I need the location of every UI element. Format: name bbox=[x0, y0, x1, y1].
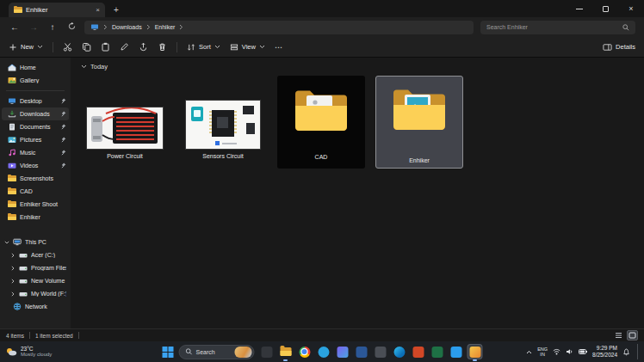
sidebar-item-network[interactable]: Network bbox=[2, 300, 69, 313]
search-box[interactable] bbox=[480, 21, 635, 34]
sidebar-item-pictures[interactable]: Pictures bbox=[2, 133, 69, 146]
sidebar-item-home[interactable]: Home bbox=[2, 61, 69, 74]
sidebar-item-drive-c[interactable]: Acer (C:) bbox=[2, 248, 69, 261]
pictures-icon bbox=[8, 136, 16, 144]
taskbar-app-word[interactable] bbox=[355, 345, 368, 359]
taskbar-search[interactable]: Search bbox=[179, 345, 255, 359]
sidebar-item-label: Screenshots bbox=[20, 175, 66, 181]
sidebar-item-downloads[interactable]: Downloads bbox=[2, 107, 69, 120]
taskbar-app-telegram[interactable] bbox=[317, 345, 331, 359]
notification-bell-icon[interactable] bbox=[622, 348, 630, 356]
show-desktop-button[interactable] bbox=[637, 344, 639, 359]
file-tile-sensors-circuit[interactable]: Sensors Circuit bbox=[179, 76, 267, 169]
sidebar-item-label: Pictures bbox=[20, 137, 58, 143]
sidebar-item-screenshots[interactable]: Screenshots bbox=[2, 172, 69, 185]
chevron-right-icon[interactable] bbox=[10, 279, 15, 284]
weather-widget[interactable]: 23°C Mostly cloudy bbox=[5, 346, 52, 358]
rename-icon[interactable] bbox=[120, 42, 129, 52]
taskbar-app-camera[interactable] bbox=[374, 345, 387, 359]
taskbar-app-1[interactable] bbox=[260, 345, 274, 359]
documents-icon bbox=[8, 123, 16, 131]
sidebar-item-label: Music bbox=[20, 150, 58, 156]
chevron-right-icon[interactable] bbox=[10, 253, 15, 258]
minimize-button[interactable] bbox=[567, 0, 592, 17]
sidebar-item-this-pc[interactable]: This PC bbox=[2, 236, 69, 248]
delete-icon[interactable] bbox=[158, 42, 167, 52]
search-input[interactable] bbox=[486, 24, 619, 30]
taskbar-app-chrome[interactable] bbox=[298, 345, 312, 359]
drive-icon bbox=[19, 291, 28, 298]
search-icon bbox=[622, 24, 629, 31]
breadcrumb-downloads[interactable]: Downloads bbox=[112, 24, 142, 30]
share-icon[interactable] bbox=[139, 42, 148, 52]
taskbar-app-vscode[interactable] bbox=[449, 345, 463, 359]
taskbar-app-edge[interactable] bbox=[393, 345, 406, 359]
sidebar-item-documents[interactable]: Documents bbox=[2, 120, 69, 133]
sidebar-spacer bbox=[2, 224, 69, 236]
sidebar-item-cad[interactable]: CAD bbox=[2, 185, 69, 198]
copy-icon[interactable] bbox=[82, 42, 91, 52]
taskbar-app-active[interactable] bbox=[468, 345, 482, 359]
more-options-icon[interactable]: ⋯ bbox=[275, 43, 283, 52]
start-button[interactable] bbox=[163, 347, 174, 358]
sidebar-item-label: Network bbox=[25, 304, 66, 310]
details-view-button[interactable] bbox=[613, 330, 624, 341]
new-button[interactable]: New bbox=[9, 43, 43, 52]
view-button[interactable]: View bbox=[230, 43, 265, 52]
refresh-icon[interactable] bbox=[65, 22, 77, 32]
gallery-icon bbox=[8, 77, 16, 84]
explorer-tab[interactable]: Enhiker × bbox=[9, 3, 105, 17]
tab-close-icon[interactable]: × bbox=[96, 7, 100, 14]
close-button[interactable]: × bbox=[618, 0, 644, 17]
sidebar-item-desktop[interactable]: Desktop bbox=[2, 95, 69, 107]
sidebar-item-enhiker[interactable]: Enhiker bbox=[2, 211, 69, 224]
maximize-button[interactable] bbox=[592, 0, 618, 17]
large-icons-view-button[interactable] bbox=[627, 330, 638, 341]
sort-button-label: Sort bbox=[199, 43, 211, 51]
breadcrumb[interactable]: Downloads Enhiker bbox=[84, 21, 474, 34]
battery-icon[interactable] bbox=[579, 348, 587, 355]
chevron-down-icon bbox=[259, 45, 265, 49]
photos-icon bbox=[337, 347, 348, 358]
file-explorer-window: Enhiker × + × ← → ↑ Downloads Enhiker bbox=[0, 0, 644, 362]
drive-icon bbox=[19, 265, 28, 272]
sidebar-item-videos[interactable]: Videos bbox=[2, 159, 69, 172]
chevron-right-icon[interactable] bbox=[10, 266, 15, 271]
sidebar-item-gallery[interactable]: Gallery bbox=[2, 74, 69, 87]
cut-icon[interactable] bbox=[63, 42, 72, 52]
file-tile-power-circuit[interactable]: Power Circuit bbox=[81, 76, 169, 169]
forward-button[interactable]: → bbox=[28, 23, 40, 32]
language-indicator[interactable]: ENG IN bbox=[537, 347, 548, 357]
details-pane-label: Details bbox=[616, 43, 635, 51]
sidebar-item-program-files[interactable]: Program Files ( bbox=[2, 261, 69, 274]
details-pane-button[interactable]: Details bbox=[603, 43, 635, 52]
sidebar-item-enhiker-shoot[interactable]: Enhiker Shoot bbox=[2, 198, 69, 211]
sidebar-item-label: Videos bbox=[20, 163, 58, 169]
taskbar-app-file-explorer[interactable] bbox=[279, 345, 293, 359]
back-button[interactable]: ← bbox=[9, 23, 21, 32]
wifi-icon[interactable] bbox=[553, 348, 560, 355]
taskbar-app-photos[interactable] bbox=[336, 345, 350, 359]
hidden-icons-chevron[interactable] bbox=[526, 350, 532, 354]
paste-icon[interactable] bbox=[101, 42, 110, 52]
taskbar-app-powerpoint[interactable] bbox=[412, 345, 425, 359]
sidebar-item-my-world[interactable]: My World (F:) bbox=[2, 287, 69, 300]
chevron-down-icon[interactable] bbox=[4, 241, 9, 244]
up-button[interactable]: ↑ bbox=[46, 23, 59, 32]
volume-icon[interactable] bbox=[566, 348, 573, 355]
clock[interactable]: 9:29 PM 8/25/2024 bbox=[592, 345, 617, 359]
sidebar-item-label: Home bbox=[20, 64, 66, 71]
chevron-right-icon[interactable] bbox=[10, 291, 15, 297]
breadcrumb-enhiker[interactable]: Enhiker bbox=[155, 24, 176, 30]
sort-button[interactable]: Sort bbox=[187, 43, 220, 52]
new-tab-button[interactable]: + bbox=[114, 6, 119, 15]
folder-tile-cad[interactable]: CAD bbox=[277, 76, 365, 169]
telegram-icon bbox=[318, 347, 329, 358]
group-header-today[interactable]: Today bbox=[81, 63, 644, 71]
taskbar-app-excel[interactable] bbox=[430, 345, 444, 359]
folder-tile-enhiker[interactable]: Enhiker bbox=[375, 76, 463, 169]
sensors-circuit-thumbnail bbox=[186, 101, 260, 149]
sidebar-item-new-volume[interactable]: New Volume ( bbox=[2, 274, 69, 287]
music-icon bbox=[8, 149, 16, 156]
sidebar-item-music[interactable]: Music bbox=[2, 146, 69, 159]
